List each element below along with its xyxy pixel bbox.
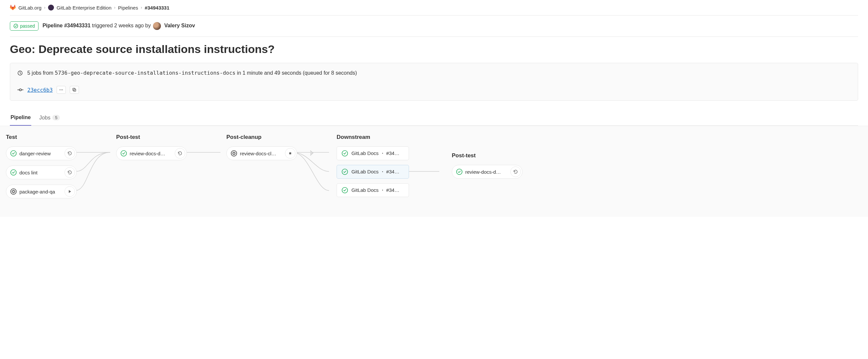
job-danger-review[interactable]: danger-review — [6, 146, 77, 160]
stage-downstream: Downstream GitLab Docs ・ #34… GitLab Doc… — [337, 134, 412, 204]
pipeline-graph: Test danger-review docs lint package-and… — [0, 126, 868, 217]
tabs: Pipeline Jobs 5 — [10, 110, 858, 126]
job-review-docs-cleanup[interactable]: review-docs-cl… — [226, 146, 297, 160]
chevron-right-icon: › — [141, 5, 142, 10]
svg-point-24 — [233, 152, 235, 154]
chevron-right-icon: › — [44, 5, 45, 10]
pipeline-title: Geo: Deprecate source installations inst… — [10, 37, 858, 63]
copy-sha-button[interactable] — [70, 86, 79, 94]
breadcrumb-pipelines[interactable]: Pipelines — [118, 5, 138, 10]
job-package-and-qa[interactable]: package-and-qa — [6, 185, 77, 199]
tab-pipeline[interactable]: Pipeline — [10, 110, 31, 126]
play-button[interactable] — [64, 186, 75, 197]
retry-icon — [67, 151, 72, 156]
svg-point-7 — [62, 90, 63, 90]
status-passed-icon — [10, 150, 17, 157]
breadcrumb: GitLab.org › GitLab Enterprise Edition ›… — [10, 0, 858, 15]
job-review-docs-deploy-downstream[interactable]: review-docs-d… — [452, 165, 523, 179]
status-manual-icon — [231, 150, 237, 157]
stage-title: Downstream — [337, 134, 412, 141]
commit-sha-link[interactable]: 23ecc6b3 — [27, 87, 53, 93]
job-label: review-docs-cl… — [240, 151, 285, 156]
stage-title: Post-test — [116, 134, 187, 141]
retry-button[interactable] — [510, 167, 521, 177]
expand-chevron-icon[interactable] — [310, 150, 315, 156]
job-label: docs lint — [20, 170, 64, 175]
branch-name[interactable]: 5736-geo-deprecate-source-installations-… — [55, 70, 236, 76]
status-passed-icon — [120, 150, 127, 157]
job-label: package-and-qa — [20, 189, 64, 195]
svg-line-18 — [12, 190, 12, 190]
breadcrumb-project[interactable]: GitLab Enterprise Edition — [57, 5, 112, 10]
commit-line: 23ecc6b3 — [18, 86, 850, 94]
downstream-pipeline-0[interactable]: GitLab Docs ・ #34… — [337, 146, 409, 160]
retry-button[interactable] — [64, 167, 75, 178]
status-passed-icon — [342, 150, 348, 157]
job-review-docs-deploy[interactable]: review-docs-d… — [116, 146, 187, 160]
svg-point-0 — [14, 24, 18, 28]
status-passed-icon — [342, 169, 348, 175]
clock-icon — [18, 70, 23, 76]
downstream-pipeline-1[interactable]: GitLab Docs ・ #34… — [337, 165, 409, 179]
retry-button[interactable] — [64, 148, 75, 159]
svg-line-31 — [232, 154, 233, 155]
status-manual-icon — [10, 188, 17, 195]
author-avatar[interactable] — [153, 22, 161, 30]
stage-test: Test danger-review docs lint package-and… — [6, 134, 77, 204]
svg-rect-8 — [74, 89, 76, 91]
status-badge-passed[interactable]: passed — [10, 21, 38, 31]
stop-icon — [288, 151, 292, 156]
jobs-summary-line: 5 jobs from 5736-geo-deprecate-source-in… — [18, 70, 850, 76]
status-passed-icon — [342, 187, 348, 193]
downstream-label: GitLab Docs ・ #34… — [351, 150, 399, 157]
svg-point-2 — [20, 89, 21, 91]
chevron-right-icon: › — [114, 5, 116, 10]
svg-line-20 — [12, 192, 12, 193]
svg-line-21 — [14, 190, 15, 190]
svg-rect-9 — [73, 88, 75, 90]
svg-rect-33 — [289, 152, 291, 154]
stop-button[interactable] — [285, 148, 296, 159]
downstream-pipeline-2[interactable]: GitLab Docs ・ #34… — [337, 183, 409, 197]
job-label: review-docs-d… — [465, 169, 510, 175]
retry-icon — [67, 170, 72, 175]
svg-line-29 — [232, 152, 233, 152]
retry-button[interactable] — [175, 148, 185, 159]
svg-line-32 — [235, 152, 235, 152]
tab-jobs-count: 5 — [52, 115, 60, 120]
stage-post-test: Post-test review-docs-d… — [116, 134, 187, 204]
breadcrumb-org[interactable]: GitLab.org — [19, 5, 41, 10]
stage-title: Post-test — [452, 152, 523, 159]
downstream-label: GitLab Docs ・ #34… — [351, 169, 399, 175]
svg-point-13 — [12, 190, 14, 192]
job-label: review-docs-d… — [130, 151, 175, 156]
stage-title: Post-cleanup — [226, 134, 297, 141]
status-passed-icon — [456, 169, 463, 175]
author-name[interactable]: Valery Sizov — [164, 23, 195, 28]
retry-icon — [178, 151, 182, 156]
more-actions-button[interactable] — [57, 86, 66, 94]
svg-line-19 — [14, 192, 15, 193]
pipeline-info-panel: 5 jobs from 5736-geo-deprecate-source-in… — [10, 63, 858, 101]
pipeline-status-row: passed Pipeline #34943331 triggered 2 we… — [10, 16, 858, 36]
breadcrumb-current: #34943331 — [145, 5, 169, 10]
status-badge-label: passed — [20, 23, 35, 29]
commit-icon — [18, 87, 23, 93]
play-icon — [67, 189, 72, 194]
check-circle-icon — [13, 24, 18, 28]
job-docs-lint[interactable]: docs lint — [6, 166, 77, 179]
stage-post-cleanup: Post-cleanup review-docs-cl… — [226, 134, 297, 204]
downstream-label: GitLab Docs ・ #34… — [351, 187, 399, 193]
tab-jobs[interactable]: Jobs 5 — [38, 110, 61, 125]
svg-point-5 — [60, 90, 60, 90]
status-passed-icon — [10, 169, 17, 176]
project-avatar-icon — [48, 5, 54, 10]
copy-icon — [72, 88, 77, 92]
gitlab-icon — [10, 5, 16, 10]
pipeline-trigger-text: Pipeline #34943331 triggered 2 weeks ago… — [42, 22, 195, 30]
svg-point-6 — [61, 90, 62, 90]
stage-title: Test — [6, 134, 77, 141]
stage-downstream-post-test: Post-test review-docs-d… — [452, 134, 523, 204]
tab-jobs-label: Jobs — [39, 115, 50, 121]
retry-icon — [513, 170, 518, 174]
